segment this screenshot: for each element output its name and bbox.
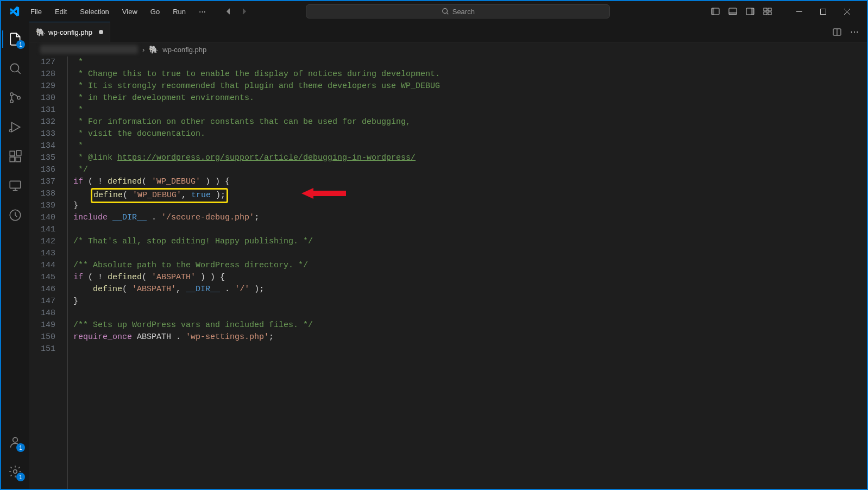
window-close-icon[interactable] bbox=[835, 1, 859, 22]
more-actions-icon[interactable]: ⋯ bbox=[850, 27, 859, 37]
remote-explorer-icon[interactable] bbox=[2, 173, 28, 199]
code-line[interactable]: */ bbox=[68, 164, 867, 176]
breadcrumb-path-redacted bbox=[40, 45, 138, 54]
layout-panel-right-icon[interactable] bbox=[745, 7, 755, 16]
svg-rect-26 bbox=[10, 181, 21, 188]
code-line[interactable]: * visit the documentation. bbox=[68, 128, 867, 140]
search-icon[interactable] bbox=[2, 55, 28, 81]
nav-back-icon[interactable] bbox=[224, 7, 233, 16]
code-line[interactable] bbox=[68, 343, 867, 355]
layout-panel-left-icon[interactable] bbox=[710, 7, 720, 16]
svg-point-31 bbox=[14, 470, 17, 474]
code-line[interactable]: /* That's all, stop editing! Happy publi… bbox=[68, 236, 867, 248]
code-line[interactable]: /** Absolute path to the WordPress direc… bbox=[68, 260, 867, 272]
svg-rect-3 bbox=[712, 8, 714, 15]
menu-edit[interactable]: Edit bbox=[49, 5, 72, 18]
svg-line-1 bbox=[446, 13, 448, 15]
explorer-icon[interactable]: 1 bbox=[2, 26, 28, 52]
code-content[interactable]: * * Change this to true to enable the di… bbox=[67, 56, 867, 489]
code-line[interactable]: * in their development environments. bbox=[68, 92, 867, 104]
code-line[interactable]: * bbox=[68, 140, 867, 152]
accounts-icon[interactable]: 1 bbox=[2, 429, 28, 455]
search-placeholder: Search bbox=[452, 8, 475, 16]
code-line[interactable]: * Change this to true to enable the disp… bbox=[68, 68, 867, 80]
code-line[interactable]: * bbox=[68, 104, 867, 116]
svg-rect-25 bbox=[16, 150, 21, 155]
settings-gear-icon[interactable]: 1 bbox=[2, 458, 28, 485]
annotation-arrow-icon bbox=[301, 188, 346, 199]
code-line[interactable]: require_once ABSPATH . 'wp-settings.php'… bbox=[68, 331, 867, 343]
code-line[interactable] bbox=[68, 248, 867, 260]
breadcrumb-filename: wp-config.php bbox=[162, 46, 206, 54]
svg-point-18 bbox=[10, 93, 13, 96]
svg-point-19 bbox=[10, 100, 13, 103]
code-line[interactable]: define( 'ABSPATH', __DIR__ . '/' ); bbox=[68, 284, 867, 296]
svg-rect-10 bbox=[764, 12, 767, 15]
timeline-icon[interactable] bbox=[2, 202, 28, 228]
svg-rect-22 bbox=[10, 151, 15, 156]
run-debug-icon[interactable] bbox=[2, 114, 28, 140]
tab-filename: wp-config.php bbox=[48, 28, 92, 36]
code-line[interactable]: } bbox=[68, 200, 867, 212]
activity-bar: 1 1 1 bbox=[1, 22, 29, 489]
split-editor-icon[interactable] bbox=[832, 27, 842, 37]
code-line[interactable] bbox=[68, 307, 867, 319]
svg-rect-5 bbox=[729, 12, 737, 15]
code-line[interactable]: if ( ! defined( 'ABSPATH' ) ) { bbox=[68, 272, 867, 284]
svg-point-0 bbox=[442, 9, 447, 14]
layout-panel-bottom-icon[interactable] bbox=[728, 7, 738, 16]
explorer-badge: 1 bbox=[16, 40, 25, 49]
menu-selection[interactable]: Selection bbox=[74, 5, 114, 18]
breadcrumb[interactable]: › 🐘 wp-config.php bbox=[29, 42, 867, 56]
svg-rect-23 bbox=[10, 157, 15, 162]
svg-rect-13 bbox=[821, 9, 826, 14]
code-line[interactable]: * @link https://wordpress.org/support/ar… bbox=[68, 152, 867, 164]
vscode-logo-icon bbox=[9, 6, 20, 17]
chevron-right-icon: › bbox=[142, 46, 144, 54]
line-gutter: 1271281291301311321331341351361371381391… bbox=[29, 56, 67, 489]
code-line[interactable]: * bbox=[68, 56, 867, 68]
code-line[interactable]: * For information on other constants tha… bbox=[68, 116, 867, 128]
title-bar: File Edit Selection View Go Run ⋯ Search bbox=[1, 1, 867, 22]
code-line[interactable]: if ( ! defined( 'WP_DEBUG' ) ) { bbox=[68, 176, 867, 188]
code-line[interactable]: include __DIR__ . '/secure-debug.php'; bbox=[68, 212, 867, 224]
php-file-icon: 🐘 bbox=[36, 28, 45, 36]
menu-go[interactable]: Go bbox=[145, 5, 165, 18]
tab-modified-indicator-icon bbox=[99, 30, 103, 34]
svg-rect-9 bbox=[768, 8, 771, 11]
svg-rect-11 bbox=[768, 12, 771, 15]
command-center-search[interactable]: Search bbox=[306, 4, 610, 18]
window-maximize-icon[interactable] bbox=[812, 1, 835, 22]
menu-file[interactable]: File bbox=[25, 5, 47, 18]
menu-more[interactable]: ⋯ bbox=[193, 5, 211, 18]
settings-badge: 1 bbox=[16, 473, 25, 481]
extensions-icon[interactable] bbox=[2, 143, 28, 169]
tab-wp-config[interactable]: 🐘 wp-config.php bbox=[29, 22, 110, 42]
nav-forward-icon[interactable] bbox=[240, 7, 248, 16]
window-minimize-icon[interactable] bbox=[788, 1, 812, 22]
code-line[interactable]: } bbox=[68, 296, 867, 307]
editor-area: 🐘 wp-config.php ⋯ › 🐘 wp-config.php 1271… bbox=[29, 22, 867, 489]
code-editor[interactable]: 1271281291301311321331341351361371381391… bbox=[29, 56, 867, 489]
code-line[interactable]: define( 'WP_DEBUG', true ); bbox=[68, 188, 867, 200]
code-line[interactable]: /** Sets up WordPress vars and included … bbox=[68, 319, 867, 331]
code-line[interactable] bbox=[68, 224, 867, 236]
tab-bar: 🐘 wp-config.php ⋯ bbox=[29, 22, 867, 42]
menu-view[interactable]: View bbox=[117, 5, 143, 18]
svg-point-30 bbox=[13, 437, 18, 442]
php-file-icon: 🐘 bbox=[149, 45, 158, 54]
svg-line-17 bbox=[17, 71, 20, 73]
code-line[interactable]: * It is strongly recommended that plugin… bbox=[68, 80, 867, 92]
svg-rect-7 bbox=[751, 8, 754, 15]
svg-rect-24 bbox=[16, 157, 21, 162]
customize-layout-icon[interactable] bbox=[763, 7, 772, 16]
accounts-badge: 1 bbox=[16, 443, 25, 452]
svg-rect-8 bbox=[764, 8, 767, 11]
source-control-icon[interactable] bbox=[2, 85, 28, 111]
svg-point-16 bbox=[10, 64, 18, 72]
menu-run[interactable]: Run bbox=[167, 5, 191, 18]
